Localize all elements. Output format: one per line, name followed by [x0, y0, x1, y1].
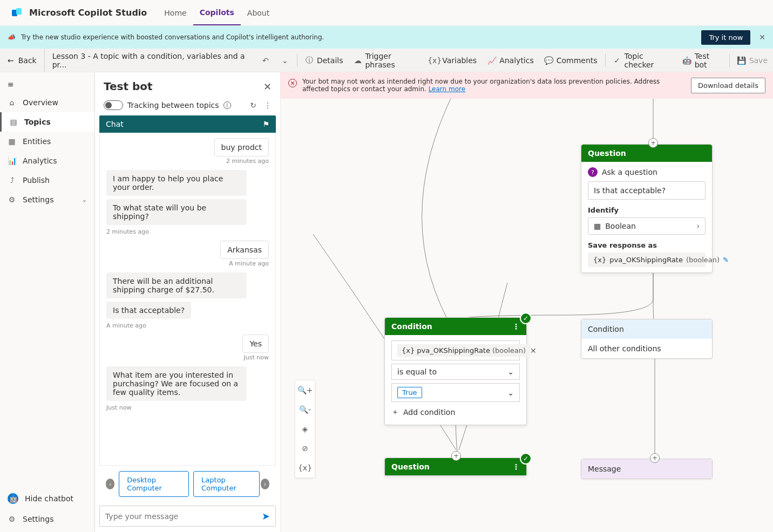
plus-icon: ＋ — [391, 407, 399, 417]
redo-dropdown[interactable]: ⌄ — [275, 49, 295, 72]
add-node-button[interactable]: + — [650, 453, 660, 463]
msg-timestamp: 2 minutes ago — [106, 158, 269, 165]
question-icon: ? — [588, 167, 598, 177]
sidebar-item-settings[interactable]: ⚙Settings⌄ — [0, 190, 94, 209]
warning-text: Your bot may not work as intended right … — [302, 78, 686, 93]
try-banner: 📣 Try the new studio experience with boo… — [0, 26, 773, 49]
condition-operator[interactable]: is equal to⌄ — [391, 364, 520, 380]
sidebar-item-entities[interactable]: ▦Entities — [0, 132, 94, 151]
zoom-reset-button[interactable]: ⊘ — [295, 439, 315, 458]
refresh-icon[interactable]: ↻ — [250, 101, 256, 110]
send-icon[interactable]: ➤ — [262, 510, 270, 522]
edit-icon[interactable]: ✎ — [723, 256, 729, 264]
check-badge-icon: ✓ — [520, 312, 532, 324]
checker-icon: ✓ — [613, 56, 621, 65]
variables-button[interactable]: {x}Variables — [425, 49, 482, 72]
msg-timestamp: 2 minutes ago — [106, 228, 269, 235]
clear-icon[interactable]: ✕ — [530, 346, 537, 355]
authoring-canvas[interactable]: ✕ Your bot may not work as intended righ… — [281, 72, 773, 532]
chat-input[interactable] — [105, 512, 262, 521]
chart-icon: 📊 — [8, 156, 16, 165]
info-icon[interactable]: i — [223, 101, 231, 109]
trigger-phrases-button[interactable]: ☁Trigger phrases — [348, 49, 425, 72]
zoom-fit-button[interactable]: ◈ — [295, 419, 315, 439]
msg-timestamp: A minute ago — [106, 260, 269, 267]
bot-message: I am happy to help you place your order. — [106, 170, 247, 196]
question-node[interactable]: Question ?Ask a question Is that accepta… — [581, 144, 713, 273]
sidebar-item-settings-bottom[interactable]: ⚙Settings — [0, 509, 95, 529]
error-icon: ✕ — [288, 79, 297, 87]
save-icon: 💾 — [737, 56, 746, 65]
try-now-button[interactable]: Try it now — [701, 30, 750, 45]
chip-laptop[interactable]: Laptop Computer — [193, 471, 260, 497]
condition-other-node[interactable]: Condition All other conditions — [581, 319, 713, 359]
variable-panel-button[interactable]: {x} — [295, 458, 315, 478]
chat-header: Chat ⚑ — [99, 115, 276, 133]
hide-chatbot-button[interactable]: 🤖Hide chatbot — [0, 488, 95, 509]
gear-icon: ⚙ — [8, 515, 16, 523]
chip-desktop[interactable]: Desktop Computer — [119, 471, 189, 497]
zoom-in-button[interactable]: 🔍+ — [295, 380, 315, 400]
hamburger-icon: ≡ — [8, 80, 14, 88]
save-as-label: Save response as — [588, 241, 706, 249]
variable-pill[interactable]: {x}pva_OKShippingRate(boolean)✎ — [588, 253, 706, 267]
question-text[interactable]: Is that acceptable? — [588, 181, 706, 200]
msg-timestamp: Just now — [106, 404, 269, 411]
sidebar-item-analytics[interactable]: 📊Analytics — [0, 151, 94, 170]
comments-button[interactable]: 💬Comments — [539, 49, 603, 72]
variable-icon: {x} — [402, 346, 415, 354]
add-node-button[interactable]: + — [648, 138, 658, 148]
sidebar-item-topics[interactable]: ▤Topics — [0, 112, 94, 132]
node-menu-icon[interactable]: ⋮ — [512, 322, 520, 331]
bot-message: Is that acceptable? — [106, 302, 191, 319]
msg-timestamp: A minute ago — [106, 322, 269, 329]
test-panel-title: Test bot — [104, 80, 263, 93]
chip-next-button[interactable]: › — [261, 479, 269, 489]
condition-variable[interactable]: {x}pva_OKShippingRate(boolean) ✕ — [391, 340, 520, 360]
learn-more-link[interactable]: Learn more — [429, 85, 465, 93]
close-panel-icon[interactable]: ✕ — [263, 81, 272, 92]
app-title: Microsoft Copilot Studio — [29, 8, 147, 18]
main-area: ≡ ⌂Overview ▤Topics ▦Entities 📊Analytics… — [0, 72, 773, 532]
message-head: Message — [581, 459, 712, 479]
nav-about[interactable]: About — [241, 1, 276, 25]
test-bot-button[interactable]: 🤖Test bot — [677, 49, 727, 72]
user-message: buy prodct — [214, 138, 269, 156]
node-menu-icon[interactable]: ⋮ — [512, 462, 520, 471]
back-button[interactable]: ← Back — [0, 56, 44, 65]
variable-icon: {x} — [593, 256, 606, 264]
condition-node[interactable]: ✓ Condition⋮ {x}pva_OKShippingRate(boole… — [384, 317, 527, 425]
banner-close-icon[interactable]: ✕ — [759, 33, 765, 42]
info-icon: ⓘ — [305, 56, 314, 65]
save-button[interactable]: 💾Save — [732, 49, 773, 72]
flag-icon[interactable]: ⚑ — [262, 120, 269, 128]
condition-other-body: All other conditions — [581, 339, 712, 358]
undo-button[interactable]: ↶ — [256, 49, 275, 72]
add-condition-button[interactable]: ＋Add condition — [391, 405, 520, 419]
add-node-button[interactable]: + — [451, 451, 461, 461]
zoom-out-button[interactable]: 🔍- — [295, 400, 315, 419]
download-details-button[interactable]: Download details — [691, 78, 765, 93]
chevron-down-icon: ⌄ — [507, 367, 514, 376]
left-rail: ≡ ⌂Overview ▤Topics ▦Entities 📊Analytics… — [0, 72, 95, 532]
more-icon[interactable]: ⋮ — [264, 101, 272, 110]
sidebar-item-overview[interactable]: ⌂Overview — [0, 93, 94, 112]
analytics-button[interactable]: 📈Analytics — [482, 49, 539, 72]
rail-collapse-button[interactable]: ≡ — [0, 76, 94, 93]
details-button[interactable]: ⓘDetails — [300, 49, 349, 72]
chip-prev-button[interactable]: ‹ — [106, 479, 114, 489]
condition-value[interactable]: True⌄ — [391, 383, 520, 402]
nav-copilots[interactable]: Copilots — [193, 1, 241, 25]
back-label: Back — [18, 56, 37, 65]
chevron-right-icon: › — [696, 222, 700, 230]
sidebar-item-publish[interactable]: ⤴Publish — [0, 170, 94, 190]
tracking-toggle[interactable] — [104, 100, 123, 110]
message-node[interactable]: Message — [581, 459, 713, 479]
identify-select[interactable]: ▦Boolean› — [588, 217, 706, 235]
nav-home[interactable]: Home — [158, 1, 193, 25]
entities-icon: ▦ — [8, 137, 16, 146]
chat-body[interactable]: buy prodct 2 minutes ago I am happy to h… — [99, 133, 276, 466]
topic-checker-button[interactable]: ✓Topic checker — [608, 49, 677, 72]
trigger-icon: ☁ — [354, 56, 362, 65]
comment-icon: 💬 — [545, 56, 553, 65]
